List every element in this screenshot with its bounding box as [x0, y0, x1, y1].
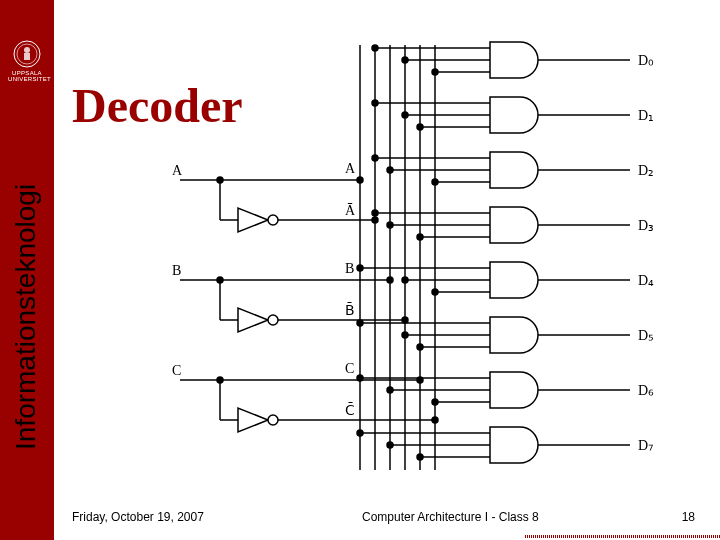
svg-point-86 — [387, 387, 393, 393]
svg-text:D₆: D₆ — [638, 383, 654, 398]
svg-point-81 — [417, 344, 423, 350]
svg-point-77 — [357, 320, 363, 326]
svg-text:D₅: D₅ — [638, 328, 654, 343]
svg-text:D₁: D₁ — [638, 108, 654, 123]
svg-point-56 — [372, 155, 378, 161]
svg-text:D₀: D₀ — [638, 53, 654, 68]
footer-page-number: 18 — [682, 510, 695, 524]
svg-marker-14 — [238, 308, 268, 332]
svg-point-46 — [432, 69, 438, 75]
svg-point-70 — [357, 265, 363, 271]
svg-point-15 — [268, 315, 278, 325]
svg-point-93 — [387, 442, 393, 448]
svg-marker-7 — [238, 208, 268, 232]
svg-text:D₂: D₂ — [638, 163, 654, 178]
svg-point-10 — [217, 177, 223, 183]
svg-point-33 — [372, 217, 378, 223]
svg-point-8 — [268, 215, 278, 225]
slide-footer: Friday, October 19, 2007 Computer Archit… — [72, 510, 710, 532]
svg-point-60 — [432, 179, 438, 185]
university-seal-icon — [13, 40, 41, 68]
svg-point-44 — [402, 57, 408, 63]
svg-point-39 — [432, 417, 438, 423]
svg-text:B: B — [172, 263, 181, 278]
svg-text:C: C — [172, 363, 181, 378]
footer-course: Computer Architecture I - Class 8 — [362, 510, 539, 524]
svg-point-84 — [357, 375, 363, 381]
svg-point-51 — [402, 112, 408, 118]
svg-text:A: A — [345, 161, 356, 176]
footer-decorative-line — [525, 535, 720, 538]
svg-point-17 — [217, 277, 223, 283]
svg-point-22 — [268, 415, 278, 425]
svg-text:Ā: Ā — [345, 203, 356, 218]
svg-text:B: B — [345, 261, 354, 276]
svg-point-36 — [402, 317, 408, 323]
svg-point-95 — [417, 454, 423, 460]
svg-text:C: C — [345, 361, 354, 376]
svg-point-67 — [417, 234, 423, 240]
svg-text:D₃: D₃ — [638, 218, 654, 233]
university-name: UPPSALA UNIVERSITET — [8, 70, 46, 82]
svg-text:D₄: D₄ — [638, 273, 654, 288]
svg-point-79 — [402, 332, 408, 338]
svg-point-58 — [387, 167, 393, 173]
svg-point-91 — [357, 430, 363, 436]
svg-point-32 — [357, 177, 363, 183]
svg-point-53 — [417, 124, 423, 130]
svg-text:C̄: C̄ — [345, 402, 355, 418]
svg-point-65 — [387, 222, 393, 228]
svg-marker-21 — [238, 408, 268, 432]
department-label: Informationsteknologi — [10, 184, 42, 450]
svg-text:B̄: B̄ — [345, 302, 355, 318]
svg-point-35 — [387, 277, 393, 283]
decoder-circuit-diagram: A B C A Ā B B̄ C C̄ D₀D₁D₂D₃D₄D₅D₆D₇ — [160, 30, 690, 500]
svg-text:A: A — [172, 163, 183, 178]
svg-point-88 — [432, 399, 438, 405]
svg-point-42 — [372, 45, 378, 51]
footer-date: Friday, October 19, 2007 — [72, 510, 204, 524]
svg-text:D₇: D₇ — [638, 438, 654, 453]
svg-rect-3 — [24, 53, 30, 60]
svg-point-74 — [432, 289, 438, 295]
svg-point-72 — [402, 277, 408, 283]
svg-point-49 — [372, 100, 378, 106]
svg-point-24 — [217, 377, 223, 383]
svg-point-63 — [372, 210, 378, 216]
svg-point-2 — [24, 47, 30, 53]
